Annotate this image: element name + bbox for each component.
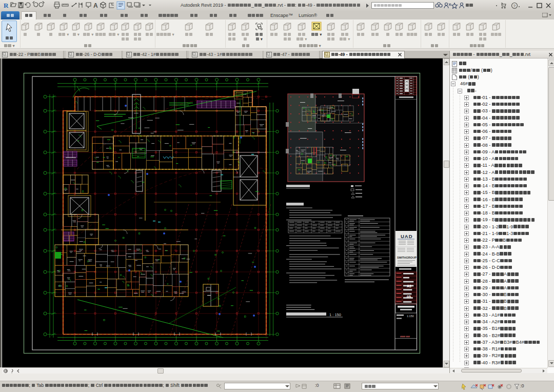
svg-text:A3: A3 <box>407 284 411 288</box>
svg-text:R: R <box>4 2 9 9</box>
svg-text:1 : 150: 1 : 150 <box>329 312 341 317</box>
svg-text:SMITHGROUP: SMITHGROUP <box>397 256 417 259</box>
svg-text:UAD: UAD <box>401 233 413 239</box>
svg-text:05: 05 <box>407 295 411 299</box>
svg-text:A: A <box>93 2 98 9</box>
svg-text:#### ###: #### ### <box>400 336 410 338</box>
svg-text:?: ? <box>513 4 516 8</box>
svg-text:1:150: 1:150 <box>407 315 414 318</box>
